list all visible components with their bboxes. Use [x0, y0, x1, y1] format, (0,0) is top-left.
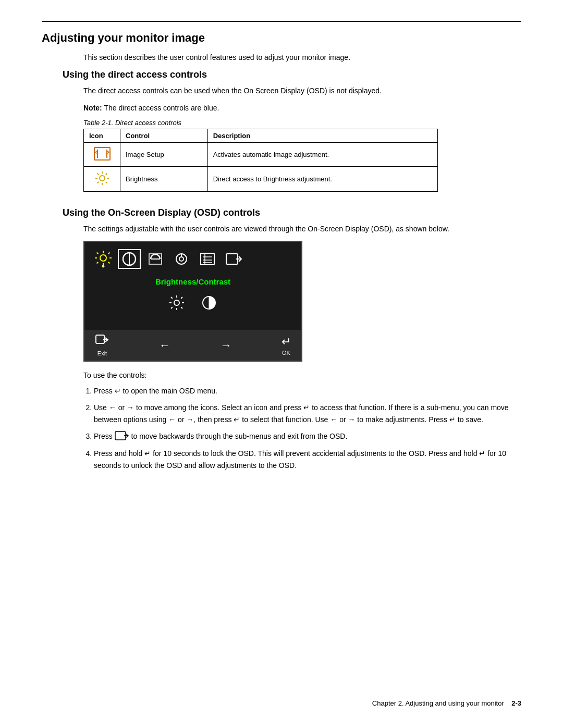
osd-image-container: Brightness/Contrast: [83, 241, 521, 362]
svg-point-3: [100, 176, 105, 181]
osd-sub-icon-sun: [168, 294, 185, 314]
section2-body: The settings adjustable with the user co…: [83, 224, 521, 235]
osd-sub-icon-contrast: [201, 294, 217, 314]
exit-label: Exit: [97, 350, 107, 356]
section1-title: Using the direct access controls: [63, 69, 521, 80]
svg-line-18: [108, 262, 110, 264]
image-setup-icon: [94, 147, 111, 161]
osd-icon-camera: [170, 249, 193, 269]
osd-bottom-bar: Exit ← → ↵ OK: [84, 330, 301, 361]
col-header-control: Control: [120, 129, 208, 143]
svg-line-41: [181, 297, 182, 299]
svg-line-40: [181, 307, 182, 309]
osd-bottom-exit: Exit: [95, 334, 109, 356]
table-caption: Table 2-1. Direct access controls: [83, 119, 521, 127]
svg-line-9: [105, 182, 107, 183]
footer-chapter: Chapter 2. Adjusting and using your moni…: [372, 699, 504, 707]
svg-point-34: [174, 300, 179, 305]
exit-arrow-icon: [95, 334, 109, 349]
control-brightness: Brightness: [120, 167, 208, 192]
svg-line-8: [97, 174, 99, 175]
list-item: Press to move backwards through the sub-…: [94, 430, 521, 442]
steps-section: To use the controls: Press ↵ to open the…: [83, 370, 521, 471]
note-label: Note:: [83, 104, 102, 112]
osd-bottom-left: ←: [159, 339, 170, 352]
svg-line-42: [171, 307, 173, 309]
steps-list: Press ↵ to open the main OSD menu. Use ←…: [94, 385, 521, 471]
section1-body: The direct access controls can be used w…: [83, 85, 521, 96]
icon-cell-brightness: [84, 167, 120, 192]
svg-line-10: [105, 174, 107, 175]
osd-label: Brightness/Contrast: [92, 277, 294, 286]
desc-brightness: Direct access to Brightness adjustment.: [207, 167, 437, 192]
osd-bottom-ok: ↵ OK: [282, 335, 291, 356]
arrow-left-icon: ←: [159, 339, 170, 352]
desc-image-setup: Activates automatic image adjustment.: [207, 143, 437, 167]
section2-title: Using the On-Screen Display (OSD) contro…: [63, 207, 521, 218]
footer-page: 2-3: [511, 699, 521, 707]
svg-line-11: [97, 182, 99, 183]
note-content: The direct access controls are blue.: [104, 104, 219, 112]
svg-rect-0: [94, 147, 110, 160]
ok-label: OK: [282, 350, 290, 356]
control-image-setup: Image Setup: [120, 143, 208, 167]
list-item: Press ↵ to open the main OSD menu.: [94, 385, 521, 397]
svg-point-26: [179, 257, 183, 261]
svg-point-12: [100, 255, 106, 261]
svg-rect-45: [96, 335, 104, 343]
steps-intro: To use the controls:: [83, 370, 521, 381]
list-item: Press and hold ↵ for 10 seconds to lock …: [94, 448, 521, 471]
osd-sub-icons: [92, 291, 294, 314]
osd-icon-half-circle: [144, 249, 167, 269]
main-title: Adjusting your monitor image: [42, 31, 521, 45]
table-row: Image Setup Activates automatic image ad…: [84, 143, 438, 167]
osd-icon-circle: [118, 249, 141, 269]
direct-access-table: Icon Control Description Image Setup Act…: [83, 129, 438, 192]
osd-icon-exit: [222, 249, 245, 269]
svg-line-20: [97, 262, 99, 264]
brightness-icon: [95, 171, 109, 186]
intro-text: This section describes the user control …: [83, 52, 521, 63]
osd-top-icons: [92, 249, 294, 273]
osd-icon-brightness: [92, 249, 115, 269]
note-text: Note: The direct access controls are blu…: [83, 103, 521, 114]
enter-icon: ↵: [282, 335, 291, 349]
list-item: Use ← or → to move among the icons. Sele…: [94, 402, 521, 425]
col-header-icon: Icon: [84, 129, 120, 143]
svg-line-39: [171, 297, 173, 299]
svg-point-21: [102, 265, 104, 267]
footer: Chapter 2. Adjusting and using your moni…: [372, 699, 521, 707]
svg-line-19: [108, 253, 110, 254]
top-rule: [42, 21, 521, 22]
table-row: Brightness Direct access to Brightness a…: [84, 167, 438, 192]
col-header-description: Description: [207, 129, 437, 143]
osd-icon-menu: [196, 249, 219, 269]
arrow-right-icon: →: [221, 339, 232, 352]
icon-cell-image-setup: [84, 143, 120, 167]
svg-rect-33: [226, 254, 238, 264]
svg-line-17: [97, 253, 99, 254]
osd-screen: Brightness/Contrast: [83, 241, 302, 362]
osd-bottom-right: →: [221, 339, 232, 352]
